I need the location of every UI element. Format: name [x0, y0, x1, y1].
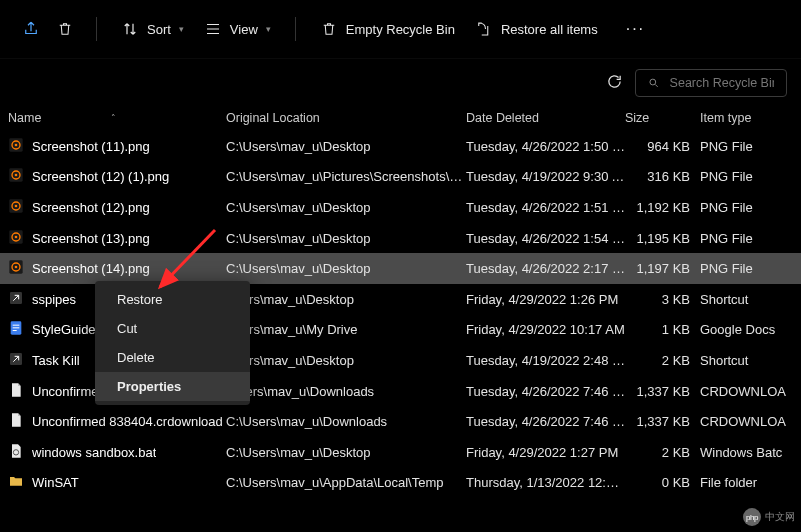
file-type: PNG File: [700, 139, 791, 154]
header-type[interactable]: Item type: [700, 111, 791, 125]
file-size: 1,337 KB: [625, 384, 700, 399]
view-button[interactable]: View ▾: [198, 16, 277, 42]
empty-label: Empty Recycle Bin: [346, 22, 455, 37]
svg-point-3: [15, 143, 18, 146]
svg-point-15: [15, 266, 18, 269]
file-name: Screenshot (12) (1).png: [32, 169, 169, 184]
file-size: 3 KB: [625, 292, 700, 307]
svg-rect-20: [13, 330, 17, 331]
file-type: Shortcut: [700, 353, 791, 368]
file-icon: [8, 473, 24, 492]
file-date: Friday, 4/29/2022 10:17 AM: [466, 322, 625, 337]
file-name: Screenshot (12).png: [32, 200, 150, 215]
file-icon: [8, 412, 24, 431]
file-icon: [8, 167, 24, 186]
svg-point-9: [15, 205, 18, 208]
file-date: Friday, 4/29/2022 1:27 PM: [466, 445, 625, 460]
toolbar: Sort ▾ View ▾ Empty Recycle Bin Restore …: [0, 0, 801, 58]
delete-icon[interactable]: [52, 16, 78, 42]
table-row[interactable]: windows sandbox.batC:\Users\mav_u\Deskto…: [0, 437, 801, 468]
file-type: CRDOWNLOA: [700, 384, 791, 399]
file-type: Google Docs: [700, 322, 791, 337]
file-date: Tuesday, 4/26/2022 7:46 PM: [466, 384, 625, 399]
table-row[interactable]: Screenshot (14).pngC:\Users\mav_u\Deskto…: [0, 253, 801, 284]
header-name[interactable]: Name ˄: [8, 111, 226, 125]
file-type: CRDOWNLOA: [700, 414, 791, 429]
file-location: C:\Users\mav_u\Desktop: [226, 231, 466, 246]
file-location: C:\Users\mav_u\Desktop: [226, 200, 466, 215]
restore-all-label: Restore all items: [501, 22, 598, 37]
ctx-cut[interactable]: Cut: [95, 314, 250, 343]
file-icon: [8, 320, 24, 339]
table-row[interactable]: Screenshot (12) (1).pngC:\Users\mav_u\Pi…: [0, 162, 801, 193]
ctx-properties[interactable]: Properties: [95, 372, 250, 401]
svg-point-6: [15, 174, 18, 177]
file-icon: [8, 290, 24, 309]
file-icon: [8, 443, 24, 462]
file-icon: [8, 137, 24, 156]
chevron-down-icon: ▾: [179, 24, 184, 34]
dots-icon: ···: [626, 20, 645, 38]
file-size: 1 KB: [625, 322, 700, 337]
file-size: 1,195 KB: [625, 231, 700, 246]
sort-label: Sort: [147, 22, 171, 37]
file-size: 2 KB: [625, 445, 700, 460]
table-row[interactable]: Screenshot (11).pngC:\Users\mav_u\Deskto…: [0, 131, 801, 162]
file-size: 1,197 KB: [625, 261, 700, 276]
svg-rect-18: [13, 325, 20, 326]
restore-all-button[interactable]: Restore all items: [469, 16, 604, 42]
header-date[interactable]: Date Deleted: [466, 111, 625, 125]
sort-button[interactable]: Sort ▾: [115, 16, 190, 42]
file-size: 2 KB: [625, 353, 700, 368]
file-location: C:\Users\mav_u\AppData\Local\Temp: [226, 475, 466, 490]
file-size: 964 KB: [625, 139, 700, 154]
file-location: Users\mav_u\Desktop: [226, 353, 466, 368]
refresh-button[interactable]: [606, 73, 623, 93]
svg-point-12: [15, 235, 18, 238]
address-bar: [0, 58, 801, 105]
file-name: Screenshot (11).png: [32, 139, 150, 154]
search-input[interactable]: [670, 76, 774, 90]
table-row[interactable]: Screenshot (12).pngC:\Users\mav_u\Deskto…: [0, 192, 801, 223]
chevron-down-icon: ▾: [266, 24, 271, 34]
file-size: 1,337 KB: [625, 414, 700, 429]
file-date: Thursday, 1/13/2022 12:28...: [466, 475, 625, 490]
file-name: Screenshot (14).png: [32, 261, 150, 276]
file-location: C:\Users\mav_u\Desktop: [226, 445, 466, 460]
file-icon: [8, 351, 24, 370]
table-row[interactable]: Unconfirmed 838404.crdownloadC:\Users\ma…: [0, 406, 801, 437]
file-location: Users\mav_u\Desktop: [226, 292, 466, 307]
svg-rect-19: [13, 328, 20, 329]
more-button[interactable]: ···: [622, 16, 649, 42]
divider: [295, 17, 296, 41]
table-row[interactable]: WinSATC:\Users\mav_u\AppData\Local\TempT…: [0, 468, 801, 499]
file-date: Tuesday, 4/26/2022 1:50 PM: [466, 139, 625, 154]
file-icon: [8, 229, 24, 248]
ctx-delete[interactable]: Delete: [95, 343, 250, 372]
file-name: WinSAT: [32, 475, 79, 490]
file-name: sspipes: [32, 292, 76, 307]
file-location: C:\Users\mav_u\Desktop: [226, 139, 466, 154]
file-date: Tuesday, 4/19/2022 2:48 PM: [466, 353, 625, 368]
file-type: Windows Batc: [700, 445, 791, 460]
php-badge-icon: php: [743, 508, 761, 526]
file-name: windows sandbox.bat: [32, 445, 156, 460]
table-row[interactable]: Screenshot (13).pngC:\Users\mav_u\Deskto…: [0, 223, 801, 254]
ctx-restore[interactable]: Restore: [95, 285, 250, 314]
share-icon[interactable]: [18, 16, 44, 42]
file-date: Friday, 4/29/2022 1:26 PM: [466, 292, 625, 307]
file-name: Unconfirme: [32, 384, 98, 399]
file-type: File folder: [700, 475, 791, 490]
search-box[interactable]: [635, 69, 787, 97]
empty-recycle-button[interactable]: Empty Recycle Bin: [314, 16, 461, 42]
header-location[interactable]: Original Location: [226, 111, 466, 125]
svg-point-0: [650, 79, 656, 85]
file-size: 1,192 KB: [625, 200, 700, 215]
search-icon: [648, 76, 660, 90]
file-type: PNG File: [700, 261, 791, 276]
header-size[interactable]: Size: [625, 111, 700, 125]
file-icon: [8, 198, 24, 217]
file-date: Tuesday, 4/26/2022 7:46 PM: [466, 414, 625, 429]
file-date: Tuesday, 4/19/2022 9:30 A...: [466, 169, 625, 184]
file-date: Tuesday, 4/26/2022 2:17 PM: [466, 261, 625, 276]
